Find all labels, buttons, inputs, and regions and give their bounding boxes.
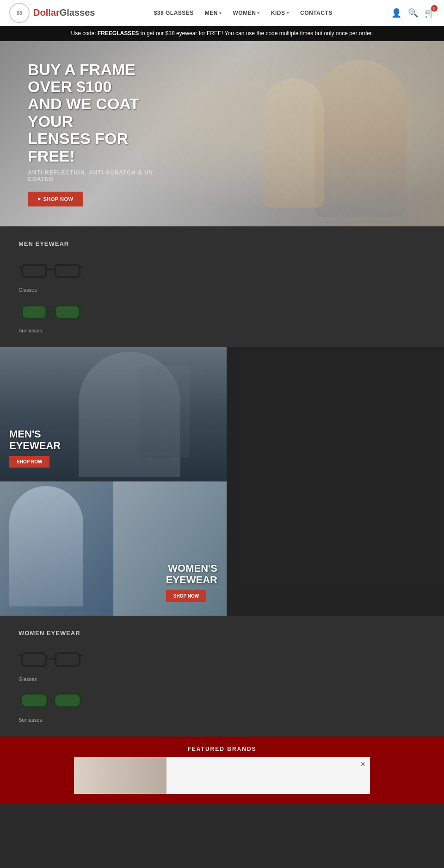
sunglasses-dark-icon: [18, 297, 83, 325]
women-sunglasses-image: [18, 687, 83, 714]
svg-rect-10: [22, 653, 46, 666]
svg-line-18: [19, 697, 21, 698]
hero-title: BUY A FRAME OVER $100 AND WE COAT YOUR L…: [28, 61, 166, 165]
promo-bar: Use code: FREEGLASSES to get our $38 eye…: [0, 26, 444, 41]
nav-38glasses[interactable]: $38 GLASSES: [154, 10, 194, 16]
hero-subtitle: ANTI-REFLECTION, ANTI-SCRATCH & UV COATE…: [28, 169, 166, 182]
logo-icon: 88: [9, 3, 30, 23]
cart-badge: 0: [431, 5, 438, 12]
women-glasses-clear-icon: [18, 646, 83, 674]
popup-content: [166, 757, 370, 794]
mens-eyewear-promo[interactable]: MEN'S EYEWEAR SHOP NOW: [0, 347, 227, 481]
cart-icon[interactable]: 🛒 0: [425, 8, 435, 18]
nav-kids[interactable]: KIDS ▾: [271, 10, 289, 16]
chevron-down-icon: ▾: [287, 11, 290, 15]
popup-card: ×: [74, 757, 370, 794]
womens-promo-shop-button[interactable]: SHOP NOW: [166, 590, 206, 602]
hero-banner: BUY A FRAME OVER $100 AND WE COAT YOUR L…: [0, 41, 444, 226]
men-eyewear-section: MEN EYEWEAR: [0, 226, 444, 347]
men-eyewear-title: MEN EYEWEAR: [18, 240, 426, 247]
women-eyewear-section: WOMEN EYEWEAR Glasses: [0, 616, 444, 737]
women-glasses-item[interactable]: Glasses: [18, 646, 426, 682]
men-sunglasses-label: Sunlasses: [18, 328, 42, 333]
men-glasses-label: Glasses: [18, 287, 37, 293]
women-sunglasses-icon: [18, 687, 83, 714]
logo[interactable]: 88 DollarGlasses: [9, 3, 95, 23]
svg-line-19: [80, 697, 82, 698]
svg-rect-1: [56, 265, 80, 277]
svg-rect-6: [56, 306, 80, 318]
mens-promo-label-line1: MEN'S: [9, 429, 61, 440]
svg-line-14: [80, 655, 82, 656]
womens-promo-label-line2: EYEWEAR: [166, 575, 217, 586]
svg-rect-11: [56, 653, 80, 666]
womens-promo-left: [0, 481, 113, 616]
popup-close-button[interactable]: ×: [360, 760, 365, 769]
main-nav: $38 GLASSES MEN ▾ WOMEN ▾ KIDS ▾ CONTACT…: [154, 10, 333, 16]
featured-brands-section: FEATURED BRANDS ×: [0, 737, 444, 803]
womens-promo-right[interactable]: WOMEN'S EYEWEAR SHOP NOW: [113, 481, 227, 616]
men-glasses-item[interactable]: Glasses: [18, 256, 426, 293]
svg-line-8: [19, 308, 22, 309]
men-eyewear-items: Glasses: [18, 256, 426, 333]
svg-rect-16: [55, 694, 80, 707]
womens-promo-label-line1: WOMEN'S: [166, 563, 217, 574]
svg-line-9: [80, 308, 82, 309]
account-icon[interactable]: 👤: [391, 8, 401, 18]
svg-line-3: [19, 267, 22, 268]
logo-text: DollarGlasses: [33, 7, 95, 18]
men-glasses-image: [18, 256, 83, 284]
mens-promo-shop-button[interactable]: SHOP NOW: [9, 456, 49, 468]
women-sunglasses-label: Sunlasses: [18, 717, 42, 723]
chevron-down-icon: ▾: [257, 11, 260, 15]
site-header: 88 DollarGlasses $38 GLASSES MEN ▾ WOMEN…: [0, 0, 444, 26]
svg-line-4: [80, 267, 82, 268]
men-sunglasses-image: [18, 297, 83, 325]
search-icon[interactable]: 🔍: [408, 8, 418, 18]
mens-promo-label-line2: EYEWEAR: [9, 440, 61, 451]
promo-banners-section: MEN'S EYEWEAR SHOP NOW WOMEN'S EYEWEAR S…: [0, 347, 227, 616]
promo-code: FREEGLASSES: [98, 30, 139, 37]
chevron-down-icon: ▾: [219, 11, 222, 15]
nav-contacts[interactable]: CONTACTS: [300, 10, 333, 16]
women-eyewear-title: WOMEN EYEWEAR: [18, 630, 426, 637]
men-sunglasses-item[interactable]: Sunlasses: [18, 297, 426, 333]
women-glasses-image: [18, 646, 83, 674]
svg-rect-5: [22, 306, 46, 318]
header-icons: 👤 🔍 🛒 0: [391, 8, 435, 18]
featured-brands-title: FEATURED BRANDS: [18, 746, 426, 752]
nav-women[interactable]: WOMEN ▾: [233, 10, 260, 16]
women-eyewear-items: Glasses Sunlasses: [18, 646, 426, 723]
glasses-clear-icon: [18, 256, 83, 284]
svg-rect-0: [22, 265, 46, 277]
women-glasses-label: Glasses: [18, 676, 37, 682]
mens-promo-text: MEN'S EYEWEAR SHOP NOW: [9, 429, 61, 467]
svg-line-13: [19, 655, 22, 656]
hero-shop-now-button[interactable]: SHOP NOW: [28, 192, 83, 206]
svg-rect-15: [21, 694, 47, 707]
womens-promo-text: WOMEN'S EYEWEAR SHOP NOW: [166, 563, 217, 601]
nav-men[interactable]: MEN ▾: [205, 10, 222, 16]
women-sunglasses-item[interactable]: Sunlasses: [18, 687, 426, 723]
popup-image: [74, 757, 166, 794]
womens-promo-grid: WOMEN'S EYEWEAR SHOP NOW: [0, 481, 227, 616]
hero-content: BUY A FRAME OVER $100 AND WE COAT YOUR L…: [0, 43, 194, 225]
